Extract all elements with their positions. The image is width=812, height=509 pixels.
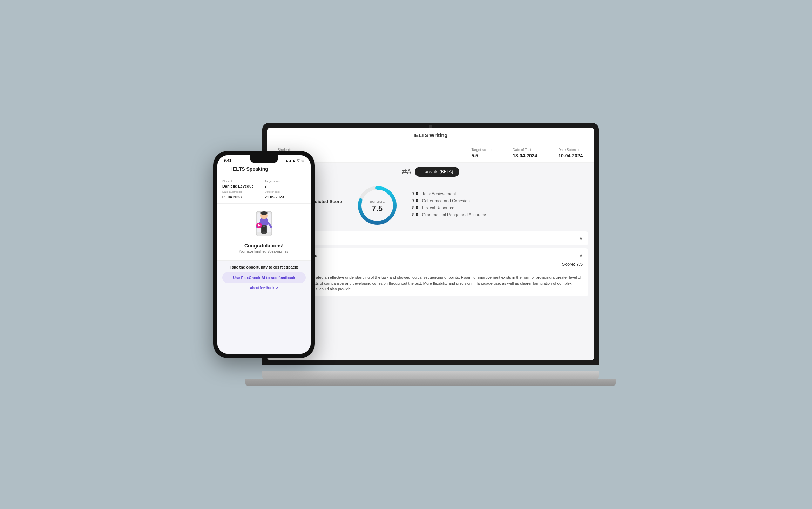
- battery-icon: ▭: [301, 158, 304, 162]
- score-section: FlexCheck AI Predicted Score Target: 5.5: [267, 181, 594, 231]
- breakdown-score-3: 8.0: [412, 205, 422, 210]
- breakdown-label-4: Grammatical Range and Accuracy: [422, 212, 486, 217]
- congrats-title: Congratulations!: [244, 243, 284, 249]
- overall-row: Overall Score: 7.5: [278, 262, 583, 267]
- breakdown-item: 7.0 Coherence and Cohesion: [412, 198, 583, 203]
- performance-section: Your performance ∧ Overall Score: 7.5 Fe…: [273, 248, 588, 296]
- phone-student-label: Student:: [222, 179, 263, 183]
- scene: IELTS Writing Student: Jon Target score:…: [213, 123, 599, 386]
- breakdown-label-1: Task Achievement: [422, 191, 456, 196]
- phone-target-label: Target score:: [265, 179, 306, 183]
- status-icons: ▲▲▲ ▽ ▭: [285, 158, 304, 162]
- phone-submitted-label: Date Submitted:: [222, 190, 263, 194]
- target-meta: Target score: 5.5: [471, 148, 492, 159]
- submitted-meta: Date Submitted: 10.04.2024: [558, 148, 583, 159]
- phone-target-value: 7: [265, 184, 267, 188]
- question-section[interactable]: Question ∨: [273, 231, 588, 245]
- laptop-foot: [245, 379, 616, 386]
- test-date-label: Date of Test:: [513, 148, 537, 152]
- phone-submitted-meta: Date Submitted: 05.04.2023: [222, 190, 263, 200]
- phone-meta: Student: Danielle Leveque Target score: …: [217, 176, 311, 204]
- breakdown-score-1: 7.0: [412, 191, 422, 196]
- score-breakdown: 7.0 Task Achievement 7.0 Coherence and C…: [412, 191, 583, 219]
- person-illustration-svg: [246, 209, 282, 240]
- overall-score-prefix: Score:: [562, 262, 575, 267]
- phone: 9:41 ▲▲▲ ▽ ▭ ← IELTS Speaking Student:: [213, 151, 315, 358]
- breakdown-item: 8.0 Grammatical Range and Accuracy: [412, 212, 583, 217]
- phone-test-date-value: 21.05.2023: [265, 195, 284, 199]
- svg-point-6: [260, 211, 268, 215]
- laptop-base: [262, 371, 599, 379]
- phone-body: Student: Danielle Leveque Target score: …: [217, 176, 311, 354]
- target-label: Target score:: [471, 148, 492, 152]
- laptop-screen: IELTS Writing Student: Jon Target score:…: [267, 128, 594, 360]
- breakdown-item: 8.0 Lexical Resource: [412, 205, 583, 210]
- test-date-meta: Date of Test: 18.04.2024: [513, 148, 537, 159]
- submitted-label: Date Submitted:: [558, 148, 583, 152]
- screen-title: IELTS Writing: [414, 132, 448, 138]
- use-flexcheck-button[interactable]: Use FlexCheck AI to see feedback: [222, 272, 306, 283]
- phone-notch: [250, 155, 278, 163]
- screen-header: IELTS Writing: [267, 128, 594, 143]
- phone-student-meta: Student: Danielle Leveque: [222, 179, 263, 189]
- external-link-icon: ↗: [275, 286, 278, 290]
- about-feedback-link[interactable]: About feedback ↗: [250, 286, 278, 290]
- phone-student-name: Danielle Leveque: [222, 184, 254, 188]
- overall-score: Score: 7.5: [562, 262, 583, 267]
- signal-icon: ▲▲▲: [285, 158, 296, 162]
- translate-icon: ⇄A: [402, 168, 411, 176]
- breakdown-score-2: 7.0: [412, 198, 422, 203]
- feedback-text: The student demonstrated an effective un…: [278, 274, 583, 292]
- laptop-camera: [429, 125, 432, 128]
- illustration-image: [246, 209, 282, 240]
- submitted-value: 10.04.2024: [558, 153, 583, 158]
- perf-header[interactable]: Your performance ∧: [278, 252, 583, 258]
- cta-title: Take the opportunity to get feedback!: [230, 265, 298, 269]
- phone-submitted-value: 05.04.2023: [222, 195, 242, 199]
- phone-test-date-label: Date of Test:: [265, 190, 306, 194]
- breakdown-label-2: Coherence and Cohesion: [422, 198, 470, 203]
- your-score-label: Your score:: [369, 200, 385, 203]
- translate-bar: ⇄A Translate (BETA): [267, 163, 594, 181]
- back-icon[interactable]: ←: [222, 166, 228, 172]
- phone-header-title: IELTS Speaking: [231, 166, 268, 172]
- test-date-value: 18.04.2024: [513, 153, 537, 158]
- overall-score-value: 7.5: [576, 262, 583, 267]
- question-chevron-icon: ∨: [579, 236, 583, 241]
- phone-target-meta: Target score: 7: [265, 179, 306, 189]
- wifi-icon: ▽: [297, 158, 300, 162]
- translate-button[interactable]: Translate (BETA): [415, 167, 459, 177]
- phone-illustration: Congratulations! You have finished Speak…: [217, 204, 311, 261]
- target-value: 5.5: [471, 153, 478, 158]
- congrats-sub: You have finished Speaking Test: [239, 250, 289, 253]
- breakdown-label-3: Lexical Resource: [422, 205, 454, 210]
- phone-test-date-meta: Date of Test: 21.05.2023: [265, 190, 306, 200]
- phone-cta: Take the opportunity to get feedback! Us…: [217, 261, 311, 354]
- perf-chevron-icon: ∧: [579, 252, 583, 258]
- phone-nav-header: ← IELTS Speaking: [217, 164, 311, 176]
- status-time: 9:41: [224, 158, 231, 162]
- breakdown-item: 7.0 Task Achievement: [412, 191, 583, 196]
- svg-rect-14: [264, 226, 266, 232]
- feedback-label: Feedback:: [278, 269, 583, 273]
- phone-screen: 9:41 ▲▲▲ ▽ ▭ ← IELTS Speaking Student:: [217, 155, 311, 354]
- screen-meta: Student: Jon Target score: 5.5 Date of T…: [267, 143, 594, 163]
- breakdown-score-4: 8.0: [412, 212, 422, 217]
- svg-rect-13: [262, 226, 264, 232]
- screen-body: ⇄A Translate (BETA) FlexCheck AI Predict…: [267, 163, 594, 360]
- score-ring-container: Your score: 7.5: [356, 184, 398, 226]
- score-val: 7.5: [369, 204, 385, 213]
- score-ring-text: Your score: 7.5: [369, 198, 385, 213]
- about-feedback-label: About feedback: [250, 286, 275, 290]
